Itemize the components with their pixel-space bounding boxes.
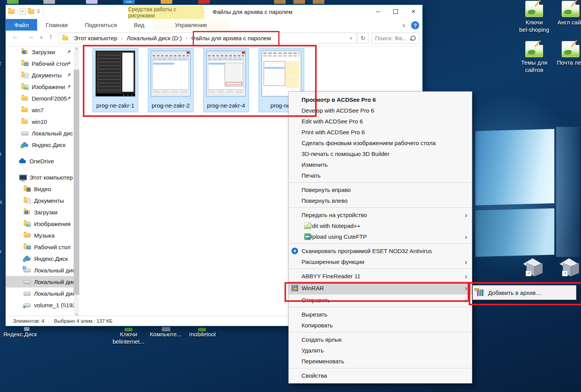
sidebar-item-quick-access[interactable]: win7: [6, 104, 74, 116]
desktop-icon[interactable]: Почта лев: [553, 41, 581, 66]
context-menu-item[interactable]: Создать ярлык: [289, 334, 472, 345]
sidebar-item-this-pc[interactable]: ♪Музыка: [6, 229, 74, 241]
context-menu-item[interactable]: Edit with Notepad++: [289, 220, 472, 231]
tab-view[interactable]: Вид: [125, 19, 153, 31]
properties-check-icon[interactable]: ✓: [20, 8, 26, 15]
context-menu-item[interactable]: Свойства: [289, 370, 472, 381]
desktop-icon-partial[interactable]: [274, 0, 286, 4]
desktop-icon-partial[interactable]: [293, 0, 305, 4]
back-icon[interactable]: ←: [12, 33, 19, 41]
context-menu-item[interactable]: Сделать фоновым изображением рабочего ст…: [289, 137, 472, 148]
sidebar-item-this-pc[interactable]: Локальный дис: [6, 264, 74, 276]
minimize-button[interactable]: [369, 5, 387, 18]
sidebar-item-quick-access[interactable]: Рабочий стол: [6, 58, 74, 69]
sidebar-item-quick-access[interactable]: Изображени: [6, 81, 74, 92]
context-menu-item[interactable]: Просмотр в ACDSee Pro 6: [289, 94, 472, 105]
context-menu-item[interactable]: Upload using CuteFTP›: [289, 231, 472, 242]
virtualbox-vm-icon[interactable]: ↗: [516, 258, 552, 276]
sidebar-item-label: Загрузки: [34, 209, 57, 216]
context-menu-item[interactable]: Печать: [289, 170, 472, 181]
desktop-icon[interactable]: Ключиbel-shoping: [516, 1, 552, 33]
desktop-icon-partial[interactable]: [161, 0, 172, 4]
search-icon[interactable]: [411, 36, 416, 41]
context-menu-item[interactable]: ABBYY FineReader 11›: [289, 270, 472, 281]
context-menu-item[interactable]: Вырезать: [289, 309, 472, 320]
maximize-button[interactable]: [387, 5, 404, 18]
context-menu-item[interactable]: Print with ACDSee Pro 6: [289, 127, 472, 137]
context-menu-item[interactable]: Повернуть влево: [289, 195, 472, 206]
context-menu-item[interactable]: eСканировать программой ESET NOD32 Antiv…: [289, 245, 472, 256]
tab-file[interactable]: Файл: [6, 19, 37, 31]
desktop-icon-partial[interactable]: cute: [123, 0, 135, 4]
forward-icon[interactable]: →: [27, 33, 34, 41]
scroll-up-icon[interactable]: ∧: [74, 47, 79, 51]
menu-separator: [290, 182, 471, 183]
tab-home[interactable]: Главная: [37, 19, 76, 31]
context-menu-item[interactable]: Расширенные функции›: [289, 256, 472, 267]
tab-manage[interactable]: Управление: [153, 19, 229, 31]
virtualbox-vm-icon[interactable]: ↗: [553, 258, 581, 276]
up-icon[interactable]: ↑: [49, 33, 53, 41]
customize-qat-icon[interactable]: ∨: [37, 10, 40, 14]
file-tile[interactable]: prog-ne-zakr-1: [93, 48, 138, 112]
context-menu-item[interactable]: Удалить: [289, 345, 472, 356]
desktop-icon-partial[interactable]: [7, 0, 19, 4]
tab-share[interactable]: Поделиться: [76, 19, 125, 31]
title-bar[interactable]: ✓ ∨ Файлы для архива с паролем ×: [6, 5, 422, 19]
refresh-button[interactable]: ↻: [357, 33, 368, 44]
scrollbar-thumb[interactable]: [74, 70, 79, 294]
desktop-icon-partial[interactable]: [86, 0, 98, 4]
sidebar-item-this-pc[interactable]: Локальный дис: [6, 276, 74, 288]
ribbon-collapse-icon[interactable]: ∨: [402, 22, 406, 28]
context-menu-item[interactable]: Передать на устройство›: [289, 209, 472, 220]
sidebar-item-this-pc[interactable]: Видео: [6, 183, 74, 195]
sidebar-item-this-pc[interactable]: Рабочий стол: [6, 241, 74, 253]
sidebar-item-this-pc[interactable]: ✓Яндекс.Диск: [6, 253, 74, 264]
desktop-icon-partial[interactable]: [43, 0, 55, 4]
address-dropdown-icon[interactable]: ∨: [346, 36, 356, 41]
sidebar-item-quick-access[interactable]: win10: [6, 116, 74, 127]
sidebar-item-quick-access[interactable]: Документы: [6, 69, 74, 81]
address-bar[interactable]: Этот компьютер›Локальный диск (D:)›Файлы…: [58, 33, 356, 44]
desktop-icon-partial[interactable]: [313, 0, 324, 4]
desktop-icon-label[interactable]: Яндекс.Диск: [3, 330, 37, 338]
submenu-item-add-to-archive[interactable]: Добавить в архив…: [473, 289, 576, 296]
nav-scrollbar[interactable]: ∧ ∨: [74, 46, 79, 317]
context-menu-item[interactable]: Повернуть вправо: [289, 184, 472, 195]
file-tile[interactable]: prog-ne-zakr-4: [203, 48, 249, 112]
context-menu-item[interactable]: Edit with ACDSee Pro 6: [289, 116, 472, 127]
sidebar-item-onedrive[interactable]: OneDrive: [6, 155, 74, 167]
sidebar-item-this-pc[interactable]: Этот компьютер: [6, 171, 74, 183]
breadcrumb-item[interactable]: Файлы для архива с паролем: [189, 35, 273, 41]
sidebar-item-this-pc[interactable]: Локальный дис: [6, 288, 74, 299]
sidebar-item-quick-access[interactable]: Локальный дис: [6, 127, 74, 139]
close-button[interactable]: ×: [404, 5, 422, 18]
sidebar-item-quick-access[interactable]: ↓Загрузки: [6, 46, 74, 58]
sidebar-item-this-pc[interactable]: volume_1 (\\192: [6, 299, 74, 311]
desktop-icon[interactable]: Англ сайт: [553, 1, 581, 26]
context-menu-item[interactable]: Копировать: [289, 320, 472, 330]
sidebar-item-this-pc[interactable]: Изображения: [6, 218, 74, 229]
sidebar-item-quick-access[interactable]: ✓Яндекс.Диск: [6, 139, 74, 151]
context-menu-item[interactable]: Изменить: [289, 159, 472, 170]
context-menu-item[interactable]: 3D-печать с помощью 3D Builder: [289, 148, 472, 159]
folder-icon: [62, 36, 68, 41]
help-icon[interactable]: ?: [411, 21, 419, 29]
sidebar-item-this-pc[interactable]: ↓Загрузки: [6, 206, 74, 218]
breadcrumb-item[interactable]: Локальный диск (D:): [125, 35, 184, 41]
breadcrumb-item[interactable]: Этот компьютер: [72, 35, 120, 41]
recent-locations-icon[interactable]: ∨: [40, 35, 43, 40]
desktop-icon[interactable]: Темы длясайтов: [516, 41, 552, 74]
new-folder-icon[interactable]: [28, 9, 34, 14]
sidebar-item-this-pc[interactable]: Документы: [6, 195, 74, 206]
context-menu-item[interactable]: WinRAR›: [289, 281, 472, 294]
desktop-icon-partial[interactable]: [198, 0, 210, 4]
sidebar-item-quick-access[interactable]: DemonF2005: [6, 92, 74, 104]
search-input[interactable]: Поиск: Фа...: [371, 33, 419, 44]
desktop-icon-label[interactable]: mobiletool: [175, 330, 230, 338]
file-tile[interactable]: prog-ne-zakr-2: [148, 48, 194, 112]
context-menu-item[interactable]: Переименовать: [289, 356, 472, 366]
file-name: prog-ne-zakr-2: [148, 102, 193, 109]
context-menu-item[interactable]: Отправить›: [289, 294, 472, 305]
context-menu-item[interactable]: Develop with ACDSee Pro 6: [289, 105, 472, 116]
